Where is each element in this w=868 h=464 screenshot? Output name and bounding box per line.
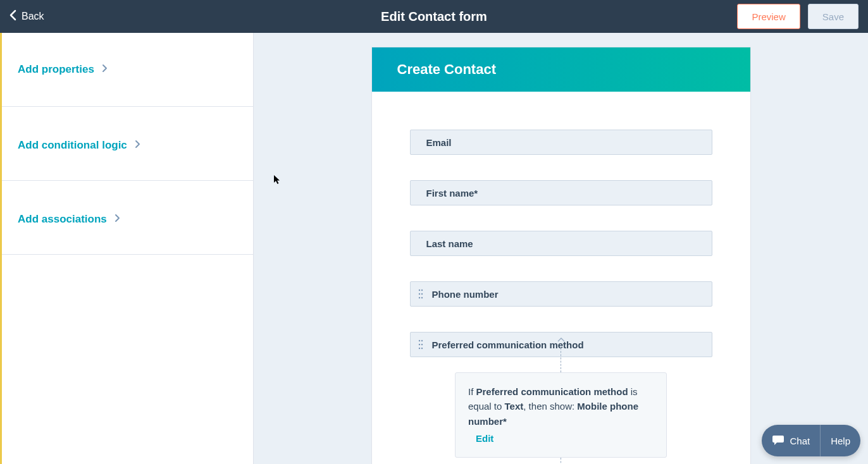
form-body: Email First name* Last name Phone number [372, 92, 750, 464]
edit-conditional-link[interactable]: Edit [476, 431, 493, 446]
chat-button[interactable]: Chat [762, 425, 820, 456]
field-last-name[interactable]: Last name [410, 231, 712, 256]
conditional-value: Text [505, 401, 524, 412]
field-label: Last name [426, 238, 473, 249]
sidebar: Add properties Add conditional logic Add… [0, 33, 254, 464]
back-label: Back [22, 11, 44, 22]
save-button: Save [808, 4, 859, 29]
canvas: Create Contact Email First name* Last na… [254, 33, 868, 464]
svg-point-3 [421, 293, 422, 295]
form-header: Create Contact [372, 47, 750, 92]
conditional-prefix: If [468, 386, 476, 397]
field-email[interactable]: Email [410, 130, 712, 155]
preview-button[interactable]: Preview [737, 4, 800, 29]
field-label: Phone number [432, 289, 499, 300]
topbar-actions: Preview Save [737, 4, 859, 29]
connector-line [561, 345, 561, 372]
save-label: Save [822, 11, 844, 22]
conditional-property: Preferred communication method [476, 386, 628, 397]
conditional-mid2: , then show: [523, 401, 577, 412]
conditional-rule-box[interactable]: If Preferred communication method is equ… [455, 372, 667, 458]
sidebar-item-add-conditional-logic[interactable]: Add conditional logic [2, 107, 253, 181]
svg-point-1 [421, 290, 422, 291]
topbar: Back Edit Contact form Preview Save [0, 0, 868, 33]
svg-point-0 [418, 290, 419, 291]
help-label: Help [831, 436, 850, 446]
svg-point-2 [418, 293, 419, 295]
sidebar-item-add-properties[interactable]: Add properties [2, 33, 253, 107]
form-preview: Create Contact Email First name* Last na… [371, 47, 751, 464]
connector-line [561, 458, 561, 464]
sidebar-item-label: Add conditional logic [18, 139, 127, 152]
conditional-logic-block: If Preferred communication method is equ… [410, 332, 712, 464]
chevron-right-icon [102, 63, 108, 76]
chat-help-widget: Chat Help [762, 425, 860, 456]
arrow-up-icon [557, 333, 565, 345]
field-label: Email [426, 137, 452, 148]
svg-point-5 [421, 297, 422, 298]
field-label: First name* [426, 188, 478, 198]
svg-point-4 [418, 297, 419, 298]
chevron-left-icon [9, 9, 16, 23]
chat-label: Chat [790, 436, 810, 446]
sidebar-item-label: Add properties [18, 63, 94, 76]
preview-label: Preview [752, 11, 785, 22]
page-title: Edit Contact form [381, 9, 487, 24]
form-title: Create Contact [397, 61, 496, 78]
chat-icon [772, 434, 784, 448]
main: Add properties Add conditional logic Add… [0, 33, 868, 464]
field-first-name[interactable]: First name* [410, 180, 712, 205]
sidebar-item-label: Add associations [18, 213, 107, 226]
chevron-right-icon [135, 139, 140, 152]
help-button[interactable]: Help [821, 425, 860, 456]
sidebar-item-add-associations[interactable]: Add associations [2, 181, 253, 255]
drag-handle-icon[interactable] [416, 289, 426, 299]
back-button[interactable]: Back [9, 9, 44, 23]
chevron-right-icon [115, 213, 120, 226]
field-phone-number[interactable]: Phone number [410, 281, 712, 307]
